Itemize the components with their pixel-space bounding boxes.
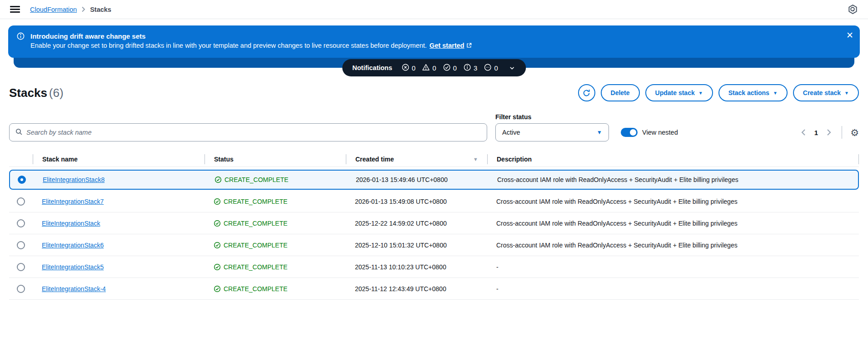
stack-name-link[interactable]: EliteIntegrationStack [42,220,100,227]
success-circle-icon [214,198,221,205]
info-circle-icon [463,63,471,73]
stack-name-link[interactable]: EliteIntegrationStack-4 [42,285,106,293]
chevron-down-icon[interactable] [508,64,516,72]
error-circle-icon [401,63,409,73]
page-number[interactable]: 1 [814,129,818,136]
close-icon[interactable]: ✕ [846,31,853,40]
refresh-button[interactable] [578,84,595,101]
update-stack-label: Update stack [655,89,695,96]
status-badge: CREATE_COMPLETE [214,242,288,249]
divider [842,126,842,139]
stack-actions-label: Stack actions [728,89,769,96]
page-title: Stacks(6) [9,86,64,100]
search-input[interactable] [26,129,481,136]
stack-actions-button[interactable]: Stack actions▼ [718,84,788,101]
banner-body-text: Enable your change set to bring drifted … [30,42,427,49]
table-row[interactable]: EliteIntegrationStack8 CREATE_COMPLETE 2… [9,170,859,190]
notification-in-progress-group: 0 [484,63,498,73]
create-stack-label: Create stack [803,89,841,96]
row-radio-button[interactable] [17,219,25,227]
created-time-cell: 2025-11-12 12:43:49 UTC+0800 [346,285,487,293]
stack-name-column-header: Stack name [33,154,205,164]
row-radio-button[interactable] [17,197,25,206]
notifications-pill[interactable]: Notifications 0 0 0 3 0 [342,59,526,76]
breadcrumb-cloudformation-link[interactable]: CloudFormation [30,6,77,13]
status-badge: CREATE_COMPLETE [215,176,289,183]
stack-name-link[interactable]: EliteIntegrationStack8 [43,176,105,183]
notification-error-group: 0 [401,63,415,73]
chevron-right-icon [826,129,832,136]
search-icon [15,128,23,137]
description-cell: - [487,263,859,271]
caret-down-icon: ▼ [597,129,602,136]
stack-name-link[interactable]: EliteIntegrationStack7 [42,198,104,205]
notification-success-group: 0 [443,63,457,73]
breadcrumb-stacks-current: Stacks [90,6,111,13]
create-stack-button[interactable]: Create stack▼ [793,84,859,101]
banner-body: Enable your change set to bring drifted … [30,41,472,51]
description-cell: - [487,285,859,293]
drift-banner: Introducing drift aware change sets Enab… [8,25,860,58]
flashbar: Introducing drift aware change sets Enab… [0,25,868,68]
page-title-text: Stacks [9,86,47,100]
row-radio-button[interactable] [17,241,25,249]
table-body: EliteIntegrationStack8 CREATE_COMPLETE 2… [9,170,859,300]
created-time-cell: 2026-01-13 15:49:46 UTC+0800 [347,176,488,183]
stack-name-link[interactable]: EliteIntegrationStack6 [42,242,104,249]
caret-down-icon: ▼ [773,91,778,96]
filter-status-value: Active [502,129,520,136]
update-stack-button[interactable]: Update stack▼ [645,84,713,101]
status-column-header: Status [205,154,346,164]
notification-info-group: 3 [463,63,477,73]
caret-down-icon: ▼ [698,91,703,96]
previous-page-button[interactable] [799,127,808,138]
next-page-button[interactable] [824,127,833,138]
cloudshell-icon[interactable] [848,4,858,15]
chevron-right-icon [81,6,85,12]
created-time-column-header[interactable]: Created time▼ [346,154,487,164]
info-circle-icon [16,32,25,51]
status-badge: CREATE_COMPLETE [214,285,288,293]
row-radio-button[interactable] [18,176,26,184]
created-time-cell: 2025-11-13 10:10:23 UTC+0800 [346,263,487,271]
in-progress-count: 0 [494,64,498,72]
info-count: 3 [474,64,477,72]
table-row[interactable]: EliteIntegrationStack CREATE_COMPLETE 20… [9,212,859,234]
delete-button[interactable]: Delete [601,84,640,101]
delete-label: Delete [611,89,630,96]
success-circle-icon [214,285,221,293]
table-header: Stack name Status Created time▼ Descript… [9,151,859,167]
stack-count: (6) [49,86,64,100]
description-column-header: Description [487,154,859,164]
row-radio-button[interactable] [17,285,25,293]
sort-descending-icon[interactable]: ▼ [473,156,478,162]
row-radio-button[interactable] [17,263,25,271]
get-started-link[interactable]: Get started [429,42,464,49]
error-count: 0 [412,64,415,72]
success-circle-icon [443,63,451,73]
table-row[interactable]: EliteIntegrationStack7 CREATE_COMPLETE 2… [9,191,859,212]
warning-triangle-icon [422,63,430,73]
menu-icon[interactable] [10,6,20,13]
filter-status-label: Filter status [495,113,609,121]
filter-status-select[interactable]: Active ▼ [495,123,609,141]
external-link-icon [466,41,472,51]
stack-name-link[interactable]: EliteIntegrationStack5 [42,263,104,271]
view-nested-toggle[interactable] [621,128,638,137]
status-text: CREATE_COMPLETE [224,198,288,205]
table-row[interactable]: EliteIntegrationStack5 CREATE_COMPLETE 2… [9,256,859,278]
status-badge: CREATE_COMPLETE [214,263,288,271]
table-row[interactable]: EliteIntegrationStack-4 CREATE_COMPLETE … [9,278,859,300]
warning-count: 0 [432,64,436,72]
refresh-icon [582,89,591,97]
view-nested-label: View nested [642,129,678,136]
success-count: 0 [453,64,457,72]
gear-icon[interactable]: ⚙ [850,128,859,137]
status-text: CREATE_COMPLETE [224,220,288,227]
description-cell: Cross-account IAM role with ReadOnlyAcce… [488,176,858,183]
table-row[interactable]: EliteIntegrationStack6 CREATE_COMPLETE 2… [9,234,859,256]
status-badge: CREATE_COMPLETE [214,220,288,227]
status-text: CREATE_COMPLETE [224,176,289,183]
success-circle-icon [214,220,221,227]
created-time-cell: 2026-01-13 15:49:08 UTC+0800 [346,198,487,205]
